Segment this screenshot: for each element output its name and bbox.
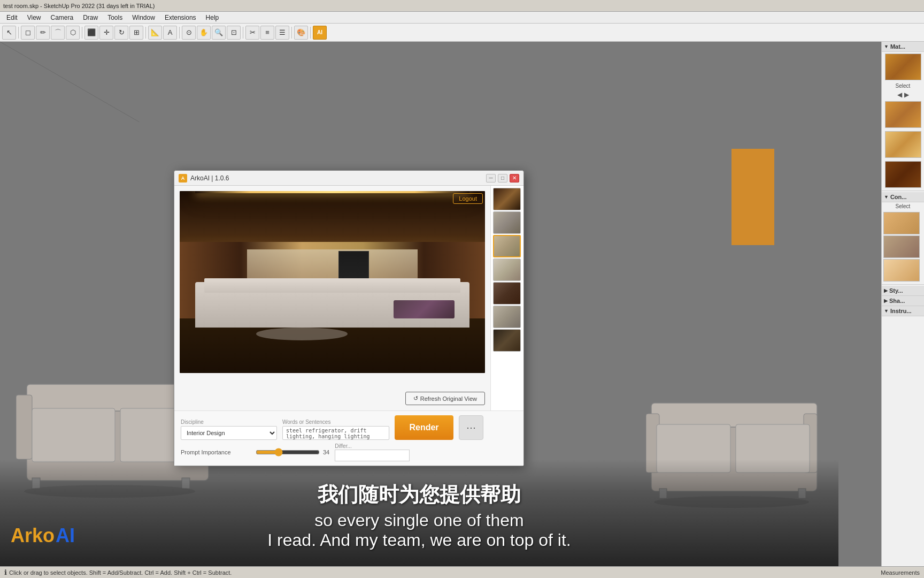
select-tool[interactable]: ↖	[2, 26, 16, 40]
menu-view[interactable]: View	[23, 13, 45, 22]
pencil-tool[interactable]: ✏	[36, 26, 50, 40]
styles-tool[interactable]: 🎨	[294, 26, 308, 40]
orange-object	[732, 149, 774, 245]
render-button[interactable]: Render	[395, 415, 453, 440]
material-swatch-1[interactable]	[885, 54, 921, 80]
thumbnail-6[interactable]	[493, 306, 521, 328]
dialog-icon: A	[179, 174, 187, 182]
words-input[interactable]	[282, 426, 389, 440]
dialog-body: Logout	[174, 186, 523, 410]
zoom-tool[interactable]: 🔍	[212, 26, 226, 40]
menu-window[interactable]: Window	[128, 13, 159, 22]
toolbar-sep-7	[310, 27, 311, 39]
color-swatch-1[interactable]	[883, 212, 920, 234]
viewport[interactable]: 我们随时为您提供帮助 so every single one of them I…	[0, 42, 881, 566]
color-swatch-3[interactable]	[883, 259, 920, 282]
refresh-btn-label: Refresh Original View	[420, 396, 477, 402]
zoom-extents-tool[interactable]: ⊡	[227, 26, 241, 40]
svg-rect-27	[657, 424, 730, 473]
dialog-maximize-btn[interactable]: □	[498, 174, 507, 182]
menu-extensions[interactable]: Extensions	[160, 13, 201, 22]
sofa-right-sketch	[646, 384, 828, 534]
dialog-titlebar[interactable]: A ArkoAI | 1.0.6 ─ □ ✕	[174, 171, 523, 186]
svg-text:Arko: Arko	[11, 524, 55, 546]
svg-rect-16	[16, 395, 32, 459]
viewport-grid	[0, 42, 160, 122]
colors-label: Con...	[890, 194, 907, 200]
words-label: Words or Sentences	[282, 419, 389, 425]
title-text: test room.skp - SketchUp Pro 2022 (31 da…	[3, 3, 155, 9]
orbit-tool[interactable]: ⊙	[182, 26, 196, 40]
render-image-container	[180, 191, 485, 373]
arkoai-logo: Arko AI	[11, 522, 75, 550]
menu-tools[interactable]: Tools	[103, 13, 127, 22]
thumbnail-3[interactable]	[493, 235, 521, 257]
dialog-minimize-btn[interactable]: ─	[486, 174, 496, 182]
svg-point-22	[24, 485, 195, 498]
colors-section-header[interactable]: ▼ Con...	[882, 192, 924, 202]
svg-text:AI: AI	[56, 524, 75, 546]
dialog-window-controls: ─ □ ✕	[486, 174, 519, 182]
bottom-row-1: Discipline Interior Design Words or Sent…	[181, 415, 517, 440]
rotate-tool[interactable]: ↻	[114, 26, 128, 40]
menu-draw[interactable]: Draw	[79, 13, 102, 22]
menu-help[interactable]: Help	[202, 13, 224, 22]
eraser-tool[interactable]: ◻	[21, 26, 35, 40]
push-pull-tool[interactable]: ⬛	[84, 26, 98, 40]
instruct-section-header[interactable]: ▼ Instru...	[882, 306, 924, 316]
svg-rect-21	[182, 478, 190, 489]
materials-label: Mat...	[890, 43, 905, 50]
diffusion-input[interactable]	[335, 450, 410, 461]
move-tool[interactable]: ✛	[99, 26, 113, 40]
shapes-section-header[interactable]: ▶ Sha...	[882, 296, 924, 306]
colors-select-label: Select	[882, 202, 924, 210]
text-tool[interactable]: A	[163, 26, 177, 40]
logout-button[interactable]: Logout	[453, 193, 483, 204]
color-swatch-2[interactable]	[883, 235, 920, 258]
render-image	[180, 191, 485, 373]
arkoai-btn[interactable]: AI	[313, 26, 327, 40]
arc-tool[interactable]: ⌒	[51, 26, 65, 40]
svg-rect-28	[736, 424, 810, 473]
importance-slider[interactable]	[256, 448, 320, 457]
dialog-close-btn[interactable]: ✕	[510, 174, 519, 182]
toolbar-sep-5	[243, 27, 243, 39]
styles-section-header[interactable]: ▶ Sty...	[882, 286, 924, 296]
refresh-original-view-button[interactable]: ↺ Refresh Original View	[405, 392, 485, 405]
scale-tool[interactable]: ⊞	[129, 26, 143, 40]
caption-english-2: I read. And my team, we are on top of it…	[267, 530, 571, 550]
slider-value-display: 34	[323, 449, 329, 455]
view-section-tool[interactable]: ≡	[260, 26, 274, 40]
tape-tool[interactable]: 📐	[148, 26, 162, 40]
material-swatch-4[interactable]	[885, 161, 921, 188]
pan-tool[interactable]: ✋	[197, 26, 211, 40]
discipline-field-group: Discipline Interior Design	[181, 419, 277, 440]
thumbnail-7[interactable]	[493, 329, 521, 352]
thumbnail-5[interactable]	[493, 282, 521, 305]
svg-rect-20	[32, 478, 40, 489]
svg-rect-30	[798, 489, 806, 498]
thumbnail-2[interactable]	[493, 211, 521, 234]
arkoai-dialog: A ArkoAI | 1.0.6 ─ □ ✕ Logout	[174, 170, 524, 466]
materials-section-header[interactable]: ▼ Mat...	[882, 42, 924, 52]
render-rug	[256, 328, 348, 340]
section-cut-tool[interactable]: ✂	[245, 26, 259, 40]
discipline-select[interactable]: Interior Design	[181, 426, 277, 440]
shape-tool[interactable]: ⬡	[66, 26, 80, 40]
svg-rect-18	[32, 408, 115, 462]
material-swatch-2[interactable]	[885, 101, 921, 128]
thumbnail-1[interactable]	[493, 188, 521, 210]
main-area: 我们随时为您提供帮助 so every single one of them I…	[0, 42, 924, 566]
dialog-title-text: ArkoAI | 1.0.6	[190, 174, 483, 182]
materials-nav-left[interactable]: ◀	[897, 91, 902, 98]
thumbnail-4[interactable]	[493, 258, 521, 281]
extra-options-button[interactable]: ⋯	[459, 415, 483, 440]
material-swatch-3[interactable]	[885, 131, 921, 158]
caption-english-1: so every single one of them	[314, 511, 523, 530]
title-bar: test room.skp - SketchUp Pro 2022 (31 da…	[0, 0, 924, 12]
layers-tool[interactable]: ☰	[275, 26, 289, 40]
materials-nav-right[interactable]: ▶	[904, 91, 909, 98]
toolbar-sep-3	[145, 27, 146, 39]
menu-edit[interactable]: Edit	[2, 13, 22, 22]
menu-camera[interactable]: Camera	[46, 13, 78, 22]
